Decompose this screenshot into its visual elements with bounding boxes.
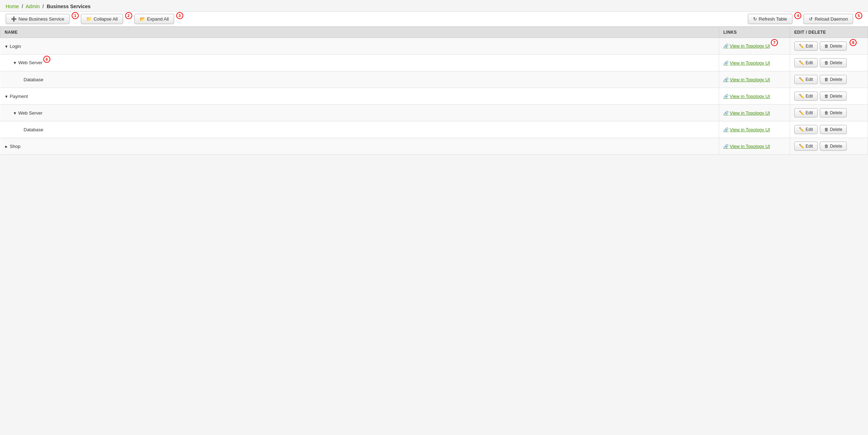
action-cell: ✏️ Edit 🗑 Delete (790, 121, 868, 138)
action-cell: ✏️ Edit 🗑 Delete (790, 55, 868, 71)
link-external-icon: 🔗 (723, 111, 729, 116)
action-cell: ✏️ Edit 🗑 Delete (790, 138, 868, 155)
link-external-icon: 🔗 (723, 77, 729, 82)
collapse-icon: 📁 (86, 16, 92, 22)
delete-button[interactable]: 🗑 Delete (820, 108, 847, 117)
row-name-label: Shop (10, 144, 20, 149)
name-cell: ▼Login (0, 38, 719, 55)
annotation-3: 3 (176, 12, 183, 19)
table-row: ▼Login🔗View in Topology UI7 ✏️ Edit 🗑 De… (0, 38, 868, 55)
edit-button[interactable]: ✏️ Edit (794, 108, 818, 117)
row-name-label: Login (10, 44, 21, 49)
link-cell: 🔗View in Topology UI (719, 55, 790, 71)
delete-label: Delete (830, 110, 842, 115)
toggle-arrow[interactable]: ▼ (5, 94, 9, 99)
business-services-table: NAME LINKS EDIT / DELETE ▼Login🔗View in … (0, 27, 868, 155)
edit-label: Edit (806, 60, 813, 65)
link-external-icon: 🔗 (723, 44, 729, 49)
topology-link[interactable]: 🔗View in Topology UI (723, 110, 770, 116)
reload-icon: ↺ (809, 16, 813, 22)
delete-button[interactable]: 🗑 Delete (820, 75, 847, 84)
trash-icon: 🗑 (824, 144, 829, 149)
link-cell: 🔗View in Topology UI (719, 71, 790, 88)
row-name-label: Database (24, 77, 44, 82)
delete-button[interactable]: 🗑 Delete (820, 42, 847, 51)
trash-icon: 🗑 (824, 94, 829, 99)
table-row: ▼Web Server🔗View in Topology UI ✏️ Edit … (0, 105, 868, 121)
edit-icon: ✏️ (799, 60, 804, 65)
refresh-table-button[interactable]: ↻ Refresh Table (748, 14, 792, 24)
name-cell: Database (0, 121, 719, 138)
link-external-icon: 🔗 (723, 61, 729, 66)
col-header-links: LINKS (719, 27, 790, 38)
action-cell: ✏️ Edit 🗑 Delete (790, 88, 868, 105)
row-name-label: Payment (10, 94, 28, 99)
edit-label: Edit (806, 44, 813, 49)
link-external-icon: 🔗 (723, 94, 729, 99)
annotation-7: 7 (771, 39, 778, 46)
delete-button[interactable]: 🗑 Delete (820, 92, 847, 101)
toggle-arrow[interactable]: ▼ (5, 44, 9, 49)
name-cell: ▼Web Server6 (0, 55, 719, 71)
trash-icon: 🗑 (824, 60, 829, 65)
annotation-1: 1 (72, 12, 79, 19)
trash-icon: 🗑 (824, 110, 829, 115)
edit-button[interactable]: ✏️ Edit (794, 75, 818, 84)
breadcrumb-admin[interactable]: Admin (26, 4, 40, 9)
topology-link[interactable]: 🔗View in Topology UI (723, 60, 770, 66)
table-row: Database🔗View in Topology UI ✏️ Edit 🗑 D… (0, 71, 868, 88)
edit-icon: ✏️ (799, 94, 804, 99)
topology-link[interactable]: 🔗View in Topology UI (723, 144, 770, 149)
delete-label: Delete (830, 77, 842, 82)
edit-button[interactable]: ✏️ Edit (794, 42, 818, 51)
edit-label: Edit (806, 144, 813, 149)
toggle-arrow[interactable]: ► (5, 144, 9, 149)
annotation-8: 8 (850, 39, 857, 46)
row-name-label: Database (24, 127, 44, 132)
trash-icon: 🗑 (824, 44, 829, 49)
action-cell: ✏️ Edit 🗑 Delete 8 (790, 38, 868, 55)
delete-button[interactable]: 🗑 Delete (820, 142, 847, 151)
table-row: ►Shop🔗View in Topology UI ✏️ Edit 🗑 Dele… (0, 138, 868, 155)
table-row: ▼Payment🔗View in Topology UI ✏️ Edit 🗑 D… (0, 88, 868, 105)
row-name-label: Web Server (18, 110, 42, 116)
link-cell: 🔗View in Topology UI (719, 121, 790, 138)
edit-button[interactable]: ✏️ Edit (794, 142, 818, 151)
edit-button[interactable]: ✏️ Edit (794, 58, 818, 67)
table-row: Database🔗View in Topology UI ✏️ Edit 🗑 D… (0, 121, 868, 138)
annotation-2: 2 (125, 12, 132, 19)
edit-icon: ✏️ (799, 144, 804, 149)
edit-icon: ✏️ (799, 127, 804, 132)
col-header-name: NAME (0, 27, 719, 38)
name-cell: ▼Web Server (0, 105, 719, 121)
delete-button[interactable]: 🗑 Delete (820, 125, 847, 134)
reload-daemon-button[interactable]: ↺ Reload Daemon (803, 14, 853, 24)
trash-icon: 🗑 (824, 77, 829, 82)
topology-link[interactable]: 🔗View in Topology UI (723, 43, 770, 49)
collapse-all-button[interactable]: 📁 Collapse All (81, 14, 123, 24)
topology-link[interactable]: 🔗View in Topology UI (723, 77, 770, 82)
delete-label: Delete (830, 127, 842, 132)
delete-label: Delete (830, 94, 842, 99)
new-business-service-button[interactable]: ➕ New Business Service (6, 14, 69, 24)
annotation-5: 5 (855, 12, 862, 19)
name-cell: ►Shop (0, 138, 719, 155)
edit-button[interactable]: ✏️ Edit (794, 92, 818, 101)
topology-link[interactable]: 🔗View in Topology UI (723, 127, 770, 132)
link-cell: 🔗View in Topology UI (719, 138, 790, 155)
edit-label: Edit (806, 77, 813, 82)
edit-label: Edit (806, 94, 813, 99)
edit-label: Edit (806, 127, 813, 132)
expand-icon: 📂 (140, 16, 145, 22)
breadcrumb-home[interactable]: Home (6, 4, 19, 9)
toggle-arrow[interactable]: ▼ (13, 111, 17, 115)
annotation-4: 4 (794, 12, 801, 19)
edit-button[interactable]: ✏️ Edit (794, 125, 818, 134)
trash-icon: 🗑 (824, 127, 829, 132)
name-cell: ▼Payment (0, 88, 719, 105)
delete-button[interactable]: 🗑 Delete (820, 58, 847, 67)
topology-link[interactable]: 🔗View in Topology UI (723, 94, 770, 99)
expand-all-button[interactable]: 📂 Expand All (134, 14, 174, 24)
toggle-arrow[interactable]: ▼ (13, 61, 17, 65)
action-cell: ✏️ Edit 🗑 Delete (790, 105, 868, 121)
